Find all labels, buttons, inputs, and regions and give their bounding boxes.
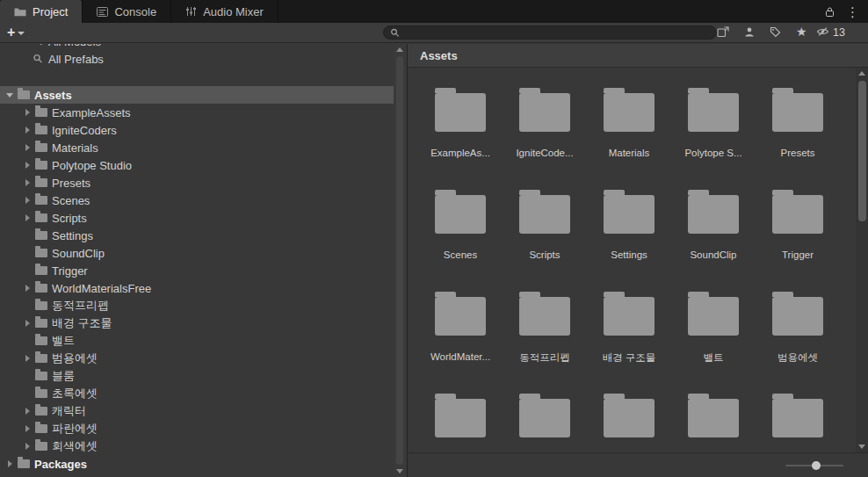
tree-item-label: 동적프리펩 — [52, 298, 109, 314]
tree-item-label: 초록에셋 — [52, 386, 98, 401]
asset-folder[interactable] — [503, 388, 587, 452]
folder-icon — [35, 319, 47, 328]
expand-arrow-icon[interactable] — [23, 160, 32, 170]
tab-audio-mixer[interactable]: Audio Mixer — [171, 0, 278, 23]
tree-item[interactable]: ExampleAssets — [0, 104, 394, 121]
asset-folder[interactable] — [756, 388, 840, 452]
asset-folder[interactable]: 동적프리펩 — [503, 286, 587, 388]
right-scrollbar[interactable] — [856, 68, 868, 452]
expand-arrow-icon[interactable] — [23, 441, 32, 452]
tree-item[interactable]: Presets — [0, 174, 394, 192]
tree-item-label: Polytope Studio — [52, 159, 132, 172]
expand-arrow-icon[interactable] — [23, 107, 32, 118]
saved-search-all-prefabs[interactable]: All Prefabs — [0, 50, 394, 68]
folder-icon — [35, 196, 47, 205]
folder-icon — [519, 195, 570, 234]
asset-folder[interactable]: SoundClip — [671, 184, 756, 286]
asset-folder[interactable]: 배경 구조물 — [587, 286, 671, 388]
tree-item[interactable]: 블룸 — [0, 367, 394, 385]
folder-icon — [35, 354, 47, 363]
tree-item[interactable]: Polytope Studio — [0, 156, 394, 174]
expand-arrow-icon[interactable] — [23, 177, 32, 188]
tree-item[interactable]: Scenes — [0, 192, 394, 209]
breadcrumb-bar: Assets — [408, 44, 868, 68]
asset-folder[interactable]: 밸트 — [671, 286, 756, 388]
folder-icon — [35, 372, 47, 380]
left-scrollbar[interactable] — [394, 44, 406, 477]
asset-folder[interactable] — [587, 388, 671, 452]
expand-arrow-icon[interactable] — [23, 283, 32, 293]
tree-item-label: 블룸 — [52, 368, 75, 384]
expand-arrow-icon[interactable] — [23, 125, 32, 135]
tree-item[interactable]: WorldMaterialsFree — [0, 279, 394, 297]
chevron-down-icon — [18, 32, 25, 35]
asset-folder-label: Settings — [611, 249, 647, 260]
tree-item[interactable]: Materials — [0, 139, 394, 156]
scrollbar-thumb[interactable] — [396, 56, 403, 465]
tree-item[interactable]: SoundClip — [0, 244, 394, 262]
tab-console[interactable]: Console — [83, 0, 171, 23]
asset-folder[interactable]: 범용에셋 — [756, 286, 840, 388]
scroll-down-icon[interactable] — [856, 441, 868, 452]
save-search-star-icon[interactable]: ★ — [796, 25, 807, 38]
tree-item[interactable]: 초록에셋 — [0, 385, 394, 402]
expand-arrow-icon[interactable] — [23, 142, 32, 153]
saved-search-all-models[interactable]: All Models — [0, 44, 394, 50]
tree-item[interactable]: 동적프리펩 — [0, 297, 394, 314]
open-search-window-icon[interactable] — [717, 26, 729, 38]
asset-folder[interactable]: ExampleAs... — [418, 83, 503, 184]
folder-icon — [435, 195, 486, 234]
asset-folder-label: ExampleAs... — [430, 148, 490, 158]
scroll-down-icon[interactable] — [394, 466, 406, 477]
expand-arrow-icon[interactable] — [23, 213, 32, 223]
folder-icon — [35, 161, 47, 170]
asset-folder[interactable]: Trigger — [756, 184, 840, 286]
asset-folder[interactable]: Presets — [756, 83, 840, 184]
tree-item[interactable]: 캐릭터 — [0, 402, 394, 420]
asset-folder[interactable]: Scenes — [418, 184, 503, 286]
search-input[interactable] — [404, 26, 710, 39]
scrollbar-thumb[interactable] — [858, 81, 866, 221]
icon-size-slider[interactable] — [785, 465, 843, 466]
tree-item-label: 파란에셋 — [52, 421, 98, 437]
asset-folder[interactable]: WorldMater... — [418, 286, 503, 388]
expand-arrow-icon[interactable] — [23, 195, 32, 206]
asset-folder[interactable]: IgniteCode... — [503, 83, 587, 184]
tree-item-packages[interactable]: Packages — [0, 455, 394, 473]
slider-thumb[interactable] — [812, 461, 821, 470]
search-by-type-icon[interactable] — [744, 26, 755, 38]
tree-item[interactable]: 파란에셋 — [0, 420, 394, 437]
expand-arrow-icon[interactable] — [23, 318, 32, 329]
tree-item[interactable]: Scripts — [0, 209, 394, 227]
asset-folder[interactable]: Polytope S... — [671, 83, 756, 184]
asset-folder[interactable] — [671, 388, 756, 452]
tree-item[interactable]: 회색에셋 — [0, 437, 394, 455]
expand-arrow-icon[interactable] — [23, 406, 32, 416]
tree-item[interactable]: 범용에셋 — [0, 350, 394, 367]
tree-item[interactable]: Settings — [0, 227, 394, 244]
scroll-up-icon[interactable] — [394, 44, 406, 55]
kebab-menu-icon[interactable]: ⋮ — [846, 5, 859, 18]
scroll-up-icon[interactable] — [856, 68, 868, 79]
breadcrumb[interactable]: Assets — [420, 49, 458, 62]
expand-arrow-icon[interactable] — [23, 423, 32, 434]
hidden-items-eye-icon[interactable] — [816, 26, 829, 37]
tree-item[interactable]: IgniteCoders — [0, 121, 394, 139]
search-by-label-icon[interactable] — [770, 26, 781, 38]
asset-folder[interactable]: Scripts — [503, 184, 587, 286]
create-add-button[interactable]: + — [7, 23, 25, 42]
expand-arrow-icon[interactable] — [5, 459, 14, 469]
tree-spacer — [0, 68, 394, 86]
tree-item[interactable]: Trigger — [0, 262, 394, 279]
tree-item-assets[interactable]: Assets — [0, 86, 394, 104]
expand-arrow-icon[interactable] — [5, 90, 14, 100]
tree-item[interactable]: 배경 구조물 — [0, 314, 394, 332]
asset-folder[interactable]: Settings — [587, 184, 671, 286]
asset-folder[interactable]: Materials — [587, 83, 671, 184]
lock-icon[interactable] — [825, 6, 835, 18]
tab-project[interactable]: Project — [0, 0, 83, 23]
tree-item[interactable]: 밸트 — [0, 332, 394, 350]
asset-folder[interactable] — [418, 388, 503, 452]
expand-arrow-icon[interactable] — [23, 353, 32, 364]
search-field[interactable] — [383, 25, 717, 40]
